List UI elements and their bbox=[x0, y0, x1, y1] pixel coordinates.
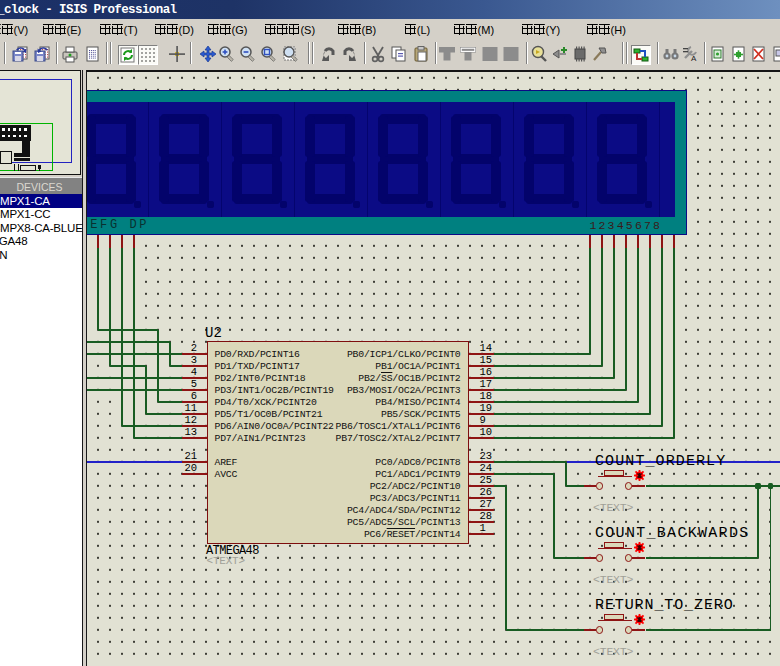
svg-text:A: A bbox=[691, 54, 697, 63]
